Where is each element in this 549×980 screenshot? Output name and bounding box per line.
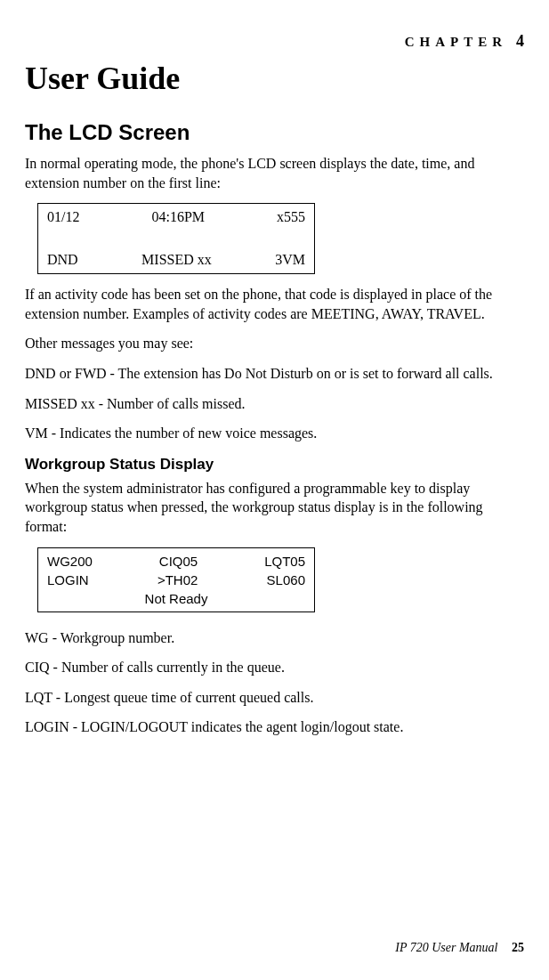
lcd-missed: MISSED xx <box>141 252 212 268</box>
wg-lqt: LQT05 <box>264 554 305 569</box>
lcd-gap <box>47 225 305 252</box>
paragraph-def-login: LOGIN - LOGIN/LOGOUT indicates the agent… <box>25 717 524 737</box>
wg-status: Not Ready <box>47 591 305 606</box>
footer-page-number: 25 <box>512 941 524 954</box>
section-heading-lcd: The LCD Screen <box>25 120 524 145</box>
chapter-label: CHAPTER <box>405 35 507 49</box>
paragraph-dnd: DND or FWD - The extension has Do Not Di… <box>25 364 524 384</box>
paragraph-intro: In normal operating mode, the phone's LC… <box>25 154 524 192</box>
lcd-date: 01/12 <box>47 209 79 225</box>
paragraph-wg-intro: When the system administrator has config… <box>25 479 524 537</box>
paragraph-activity: If an activity code has been set on the … <box>25 285 524 323</box>
chapter-number: 4 <box>516 32 524 50</box>
paragraph-def-ciq: CIQ - Number of calls currently in the q… <box>25 658 524 677</box>
workgroup-display-box: WG200 CIQ05 LQT05 LOGIN >TH02 SL060 Not … <box>37 547 315 612</box>
lcd-dnd: DND <box>47 252 78 268</box>
wg-row-2: LOGIN >TH02 SL060 <box>47 572 305 587</box>
footer-doc-title: IP 720 User Manual <box>395 941 497 954</box>
lcd-row-2: DND MISSED xx 3VM <box>47 252 305 268</box>
wg-row-1: WG200 CIQ05 LQT05 <box>47 554 305 569</box>
paragraph-def-wg: WG - Workgroup number. <box>25 628 524 648</box>
lcd-row-1: 01/12 04:16PM x555 <box>47 209 305 225</box>
wg-login: LOGIN <box>47 572 89 587</box>
paragraph-missed: MISSED xx - Number of calls missed. <box>25 394 524 414</box>
wg-sl: SL060 <box>267 572 305 587</box>
paragraph-def-lqt: LQT - Longest queue time of current queu… <box>25 688 524 708</box>
wg-ciq: CIQ05 <box>159 554 198 569</box>
page-footer: IP 720 User Manual 25 <box>395 941 524 955</box>
chapter-header: CHAPTER4 <box>25 32 524 51</box>
lcd-vm: 3VM <box>275 252 305 268</box>
lcd-display-box: 01/12 04:16PM x555 DND MISSED xx 3VM <box>37 203 315 274</box>
wg-th: >TH02 <box>157 572 198 587</box>
paragraph-other: Other messages you may see: <box>25 334 524 353</box>
lcd-time: 04:16PM <box>151 209 205 225</box>
document-page: CHAPTER4 User Guide The LCD Screen In no… <box>0 0 549 980</box>
page-title: User Guide <box>25 60 524 97</box>
lcd-extension: x555 <box>277 209 305 225</box>
section-heading-workgroup: Workgroup Status Display <box>25 456 524 474</box>
wg-number: WG200 <box>47 554 93 569</box>
paragraph-vm: VM - Indicates the number of new voice m… <box>25 424 524 443</box>
